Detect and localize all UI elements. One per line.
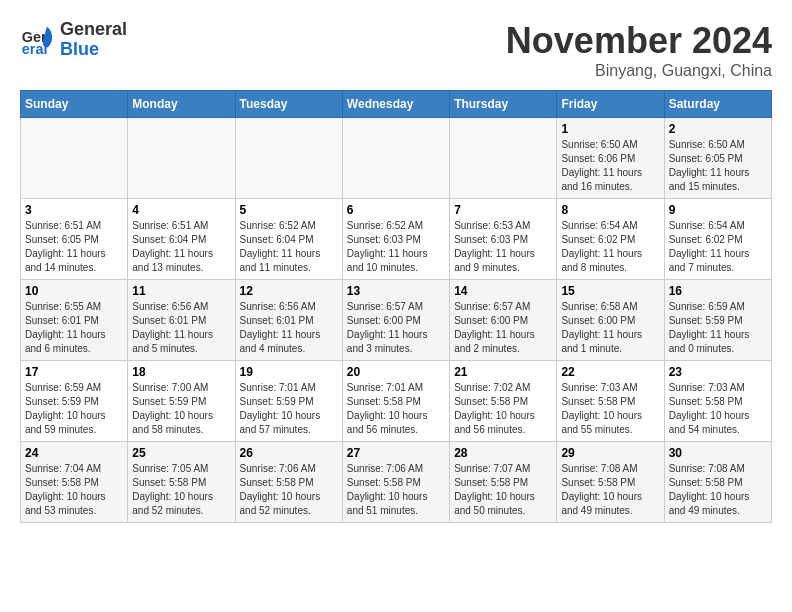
calendar-day-cell: 15Sunrise: 6:58 AM Sunset: 6:00 PM Dayli… <box>557 280 664 361</box>
day-info: Sunrise: 7:01 AM Sunset: 5:58 PM Dayligh… <box>347 381 445 437</box>
weekday-header: Tuesday <box>235 91 342 118</box>
calendar-day-cell: 16Sunrise: 6:59 AM Sunset: 5:59 PM Dayli… <box>664 280 771 361</box>
calendar-week-row: 17Sunrise: 6:59 AM Sunset: 5:59 PM Dayli… <box>21 361 772 442</box>
day-number: 1 <box>561 122 659 136</box>
calendar-day-cell: 23Sunrise: 7:03 AM Sunset: 5:58 PM Dayli… <box>664 361 771 442</box>
day-info: Sunrise: 7:06 AM Sunset: 5:58 PM Dayligh… <box>347 462 445 518</box>
calendar-day-cell: 3Sunrise: 6:51 AM Sunset: 6:05 PM Daylig… <box>21 199 128 280</box>
day-number: 8 <box>561 203 659 217</box>
day-info: Sunrise: 6:57 AM Sunset: 6:00 PM Dayligh… <box>454 300 552 356</box>
day-number: 7 <box>454 203 552 217</box>
calendar-day-cell: 26Sunrise: 7:06 AM Sunset: 5:58 PM Dayli… <box>235 442 342 523</box>
day-info: Sunrise: 6:59 AM Sunset: 5:59 PM Dayligh… <box>669 300 767 356</box>
day-info: Sunrise: 7:08 AM Sunset: 5:58 PM Dayligh… <box>561 462 659 518</box>
day-number: 27 <box>347 446 445 460</box>
day-number: 30 <box>669 446 767 460</box>
calendar-day-cell <box>21 118 128 199</box>
calendar-day-cell: 30Sunrise: 7:08 AM Sunset: 5:58 PM Dayli… <box>664 442 771 523</box>
day-number: 2 <box>669 122 767 136</box>
calendar-day-cell: 9Sunrise: 6:54 AM Sunset: 6:02 PM Daylig… <box>664 199 771 280</box>
location-text: Binyang, Guangxi, China <box>506 62 772 80</box>
day-info: Sunrise: 6:52 AM Sunset: 6:04 PM Dayligh… <box>240 219 338 275</box>
weekday-header: Monday <box>128 91 235 118</box>
day-info: Sunrise: 6:51 AM Sunset: 6:05 PM Dayligh… <box>25 219 123 275</box>
calendar-day-cell: 14Sunrise: 6:57 AM Sunset: 6:00 PM Dayli… <box>450 280 557 361</box>
day-number: 19 <box>240 365 338 379</box>
day-number: 21 <box>454 365 552 379</box>
day-number: 10 <box>25 284 123 298</box>
day-info: Sunrise: 7:03 AM Sunset: 5:58 PM Dayligh… <box>561 381 659 437</box>
day-number: 9 <box>669 203 767 217</box>
calendar-day-cell <box>235 118 342 199</box>
day-info: Sunrise: 6:56 AM Sunset: 6:01 PM Dayligh… <box>132 300 230 356</box>
day-info: Sunrise: 6:56 AM Sunset: 6:01 PM Dayligh… <box>240 300 338 356</box>
day-info: Sunrise: 6:50 AM Sunset: 6:05 PM Dayligh… <box>669 138 767 194</box>
calendar-day-cell: 28Sunrise: 7:07 AM Sunset: 5:58 PM Dayli… <box>450 442 557 523</box>
day-info: Sunrise: 6:57 AM Sunset: 6:00 PM Dayligh… <box>347 300 445 356</box>
calendar-day-cell: 25Sunrise: 7:05 AM Sunset: 5:58 PM Dayli… <box>128 442 235 523</box>
day-number: 15 <box>561 284 659 298</box>
calendar-day-cell: 6Sunrise: 6:52 AM Sunset: 6:03 PM Daylig… <box>342 199 449 280</box>
calendar-day-cell: 1Sunrise: 6:50 AM Sunset: 6:06 PM Daylig… <box>557 118 664 199</box>
page-header: Gen eral General Blue November 2024 Biny… <box>20 20 772 80</box>
logo-text: General Blue <box>60 20 127 60</box>
calendar-week-row: 1Sunrise: 6:50 AM Sunset: 6:06 PM Daylig… <box>21 118 772 199</box>
day-info: Sunrise: 7:06 AM Sunset: 5:58 PM Dayligh… <box>240 462 338 518</box>
calendar-day-cell: 19Sunrise: 7:01 AM Sunset: 5:59 PM Dayli… <box>235 361 342 442</box>
day-number: 29 <box>561 446 659 460</box>
calendar-week-row: 3Sunrise: 6:51 AM Sunset: 6:05 PM Daylig… <box>21 199 772 280</box>
calendar-week-row: 10Sunrise: 6:55 AM Sunset: 6:01 PM Dayli… <box>21 280 772 361</box>
title-block: November 2024 Binyang, Guangxi, China <box>506 20 772 80</box>
day-number: 12 <box>240 284 338 298</box>
calendar-day-cell: 2Sunrise: 6:50 AM Sunset: 6:05 PM Daylig… <box>664 118 771 199</box>
logo: Gen eral General Blue <box>20 20 127 60</box>
weekday-header: Wednesday <box>342 91 449 118</box>
calendar-day-cell: 27Sunrise: 7:06 AM Sunset: 5:58 PM Dayli… <box>342 442 449 523</box>
day-number: 26 <box>240 446 338 460</box>
day-number: 17 <box>25 365 123 379</box>
calendar-day-cell: 24Sunrise: 7:04 AM Sunset: 5:58 PM Dayli… <box>21 442 128 523</box>
weekday-header: Friday <box>557 91 664 118</box>
day-info: Sunrise: 7:08 AM Sunset: 5:58 PM Dayligh… <box>669 462 767 518</box>
day-number: 28 <box>454 446 552 460</box>
day-number: 22 <box>561 365 659 379</box>
day-info: Sunrise: 7:04 AM Sunset: 5:58 PM Dayligh… <box>25 462 123 518</box>
calendar-day-cell: 17Sunrise: 6:59 AM Sunset: 5:59 PM Dayli… <box>21 361 128 442</box>
day-number: 4 <box>132 203 230 217</box>
calendar-table: SundayMondayTuesdayWednesdayThursdayFrid… <box>20 90 772 523</box>
day-info: Sunrise: 7:02 AM Sunset: 5:58 PM Dayligh… <box>454 381 552 437</box>
calendar-week-row: 24Sunrise: 7:04 AM Sunset: 5:58 PM Dayli… <box>21 442 772 523</box>
weekday-header: Sunday <box>21 91 128 118</box>
calendar-day-cell: 11Sunrise: 6:56 AM Sunset: 6:01 PM Dayli… <box>128 280 235 361</box>
day-info: Sunrise: 6:52 AM Sunset: 6:03 PM Dayligh… <box>347 219 445 275</box>
month-title: November 2024 <box>506 20 772 62</box>
calendar-day-cell <box>128 118 235 199</box>
calendar-day-cell: 4Sunrise: 6:51 AM Sunset: 6:04 PM Daylig… <box>128 199 235 280</box>
day-number: 14 <box>454 284 552 298</box>
calendar-day-cell: 8Sunrise: 6:54 AM Sunset: 6:02 PM Daylig… <box>557 199 664 280</box>
day-number: 11 <box>132 284 230 298</box>
day-number: 5 <box>240 203 338 217</box>
day-number: 20 <box>347 365 445 379</box>
day-info: Sunrise: 7:07 AM Sunset: 5:58 PM Dayligh… <box>454 462 552 518</box>
logo-blue-text: Blue <box>60 40 127 60</box>
day-info: Sunrise: 6:53 AM Sunset: 6:03 PM Dayligh… <box>454 219 552 275</box>
day-number: 23 <box>669 365 767 379</box>
day-info: Sunrise: 6:50 AM Sunset: 6:06 PM Dayligh… <box>561 138 659 194</box>
day-number: 13 <box>347 284 445 298</box>
calendar-day-cell: 13Sunrise: 6:57 AM Sunset: 6:00 PM Dayli… <box>342 280 449 361</box>
day-info: Sunrise: 7:00 AM Sunset: 5:59 PM Dayligh… <box>132 381 230 437</box>
calendar-day-cell <box>342 118 449 199</box>
calendar-day-cell: 20Sunrise: 7:01 AM Sunset: 5:58 PM Dayli… <box>342 361 449 442</box>
day-info: Sunrise: 6:58 AM Sunset: 6:00 PM Dayligh… <box>561 300 659 356</box>
calendar-header-row: SundayMondayTuesdayWednesdayThursdayFrid… <box>21 91 772 118</box>
day-info: Sunrise: 6:54 AM Sunset: 6:02 PM Dayligh… <box>669 219 767 275</box>
day-number: 25 <box>132 446 230 460</box>
calendar-day-cell: 10Sunrise: 6:55 AM Sunset: 6:01 PM Dayli… <box>21 280 128 361</box>
calendar-day-cell <box>450 118 557 199</box>
calendar-day-cell: 18Sunrise: 7:00 AM Sunset: 5:59 PM Dayli… <box>128 361 235 442</box>
calendar-day-cell: 5Sunrise: 6:52 AM Sunset: 6:04 PM Daylig… <box>235 199 342 280</box>
day-info: Sunrise: 7:01 AM Sunset: 5:59 PM Dayligh… <box>240 381 338 437</box>
day-info: Sunrise: 7:05 AM Sunset: 5:58 PM Dayligh… <box>132 462 230 518</box>
weekday-header: Thursday <box>450 91 557 118</box>
